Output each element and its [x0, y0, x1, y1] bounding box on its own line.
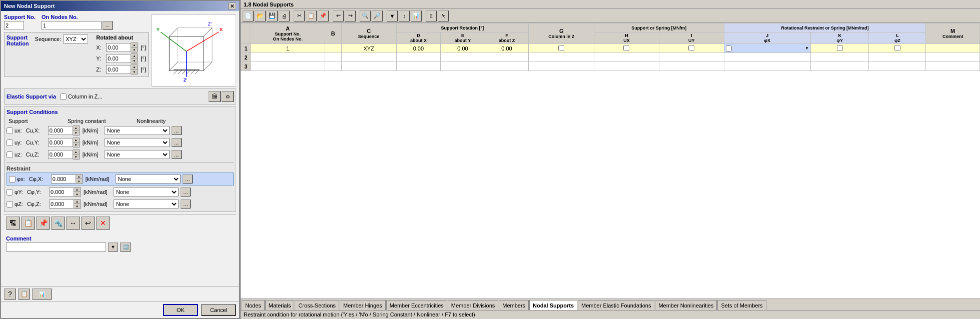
phix-nonlinearity-select[interactable]: None — [116, 174, 181, 184]
tab-cross-sections[interactable]: Cross-Sections — [295, 300, 339, 310]
col-m-header[interactable]: M Comment — [926, 24, 980, 44]
col-k-header[interactable]: KφY — [810, 32, 869, 44]
phiy-checkbox[interactable] — [7, 189, 13, 196]
cell-j3[interactable] — [724, 62, 810, 71]
delete-support-btn[interactable]: ✕ — [96, 216, 110, 230]
cell-h3[interactable] — [594, 62, 659, 71]
dialog-copy2-btn[interactable]: 📋 — [18, 288, 30, 300]
uy-nonlinearity-select[interactable]: None — [105, 138, 170, 147]
col-a-header[interactable]: A Support No. On Nodes No. — [251, 24, 325, 44]
cell-i1[interactable] — [659, 44, 724, 53]
undo-support-btn[interactable]: ↩ — [81, 216, 95, 230]
cell-j2[interactable] — [724, 53, 810, 62]
cell-k2[interactable] — [810, 53, 869, 62]
cell-l1[interactable] — [869, 44, 926, 53]
cell-i1-checkbox[interactable] — [688, 45, 694, 51]
cell-c2[interactable] — [341, 53, 396, 62]
phiy-up-btn[interactable]: ▲ — [74, 188, 80, 192]
cell-f3[interactable] — [485, 62, 529, 71]
cell-j1[interactable]: ▼ — [724, 44, 810, 53]
tb-fx-btn[interactable]: fx — [438, 10, 449, 22]
ux-nonlinearity-select[interactable]: None — [105, 126, 170, 135]
cell-d1[interactable]: 0.00 — [396, 44, 441, 53]
cell-l3[interactable] — [869, 62, 926, 71]
ux-down-btn[interactable]: ▼ — [73, 130, 79, 135]
column-in-z-checkbox-label[interactable]: Column in Z... — [60, 94, 102, 100]
cell-l2[interactable] — [869, 53, 926, 62]
browse-nodes-button[interactable]: … — [103, 21, 113, 30]
cell-g3[interactable] — [529, 62, 594, 71]
tab-materials[interactable]: Materials — [265, 300, 295, 310]
uy-settings-btn[interactable]: … — [172, 138, 182, 147]
cancel-button[interactable]: Cancel — [201, 304, 236, 316]
pin-btn[interactable]: 📌 — [36, 216, 50, 230]
column-in-z-checkbox[interactable] — [60, 94, 67, 100]
cell-e2[interactable] — [441, 53, 485, 62]
col-j-header[interactable]: JφX — [724, 32, 810, 44]
tb-sum-btn[interactable]: Σ — [426, 10, 437, 22]
support-no-input[interactable] — [4, 21, 24, 30]
cell-j1-dropdown-arrow[interactable]: ▼ — [805, 46, 809, 50]
cell-l1-checkbox[interactable] — [894, 45, 900, 51]
cell-d3[interactable] — [396, 62, 441, 71]
tb-copy-btn[interactable]: 📋 — [306, 10, 317, 22]
slide-btn[interactable]: ↔ — [66, 216, 80, 230]
tab-member-elastic-foundations[interactable]: Member Elastic Foundations — [578, 300, 654, 310]
cell-a3[interactable] — [251, 62, 325, 71]
dialog-view-btn[interactable]: 📊 — [32, 288, 52, 300]
uz-value-input[interactable] — [48, 150, 73, 159]
uy-value-input[interactable] — [48, 138, 73, 147]
cell-e3[interactable] — [441, 62, 485, 71]
phiz-value-input[interactable] — [49, 200, 74, 208]
phiz-settings-btn[interactable]: … — [181, 200, 191, 208]
cell-a2[interactable] — [251, 53, 325, 62]
new-support-btn[interactable]: 🏗 — [6, 216, 20, 230]
cell-f2[interactable] — [485, 53, 529, 62]
cell-d2[interactable] — [396, 53, 441, 62]
ux-up-btn[interactable]: ▲ — [73, 126, 79, 130]
phix-value-input[interactable] — [51, 174, 76, 184]
cell-g1-checkbox[interactable] — [558, 45, 564, 51]
z-rotation-input[interactable] — [106, 65, 131, 74]
elastic-support-icon-btn-1[interactable]: 🏛 — [209, 91, 221, 102]
elastic-support-icon-btn-2[interactable]: ⚙ — [222, 91, 234, 102]
cell-b2[interactable] — [325, 53, 341, 62]
phiy-settings-btn[interactable]: … — [181, 188, 191, 196]
cell-f1[interactable]: 0.00 — [485, 44, 529, 53]
phiz-down-btn[interactable]: ▼ — [74, 204, 80, 208]
cell-a1[interactable]: 1 — [251, 44, 325, 53]
phiy-nonlinearity-select[interactable]: None — [114, 188, 179, 196]
cell-k1-checkbox[interactable] — [837, 45, 843, 51]
z-rotation-down-btn[interactable]: ▼ — [131, 70, 137, 74]
cell-m1[interactable] — [926, 44, 980, 53]
col-h-header[interactable]: HUX — [594, 32, 659, 44]
tab-member-hinges[interactable]: Member Hinges — [340, 300, 386, 310]
uy-up-btn[interactable]: ▲ — [73, 138, 79, 142]
uz-settings-btn[interactable]: … — [172, 150, 182, 159]
tab-member-eccentricities[interactable]: Member Eccentricities — [386, 300, 447, 310]
tab-sets-of-members[interactable]: Sets of Members — [717, 300, 766, 310]
tb-chart-btn[interactable]: 📊 — [411, 10, 422, 22]
col-l-header[interactable]: LφZ — [869, 32, 926, 44]
tab-member-divisions[interactable]: Member Divisions — [448, 300, 498, 310]
tb-sort-btn[interactable]: ↕ — [399, 10, 410, 22]
col-b-header[interactable]: B — [325, 24, 341, 44]
col-g-header[interactable]: G Column in Z — [529, 24, 594, 44]
phiz-up-btn[interactable]: ▲ — [74, 200, 80, 204]
cell-h1[interactable] — [594, 44, 659, 53]
phiy-down-btn[interactable]: ▼ — [74, 192, 80, 196]
uz-checkbox[interactable] — [7, 152, 13, 158]
tb-filter-btn[interactable]: ▼ — [387, 10, 398, 22]
ux-checkbox[interactable] — [7, 128, 13, 134]
uz-up-btn[interactable]: ▲ — [73, 150, 79, 154]
y-rotation-down-btn[interactable]: ▼ — [131, 58, 137, 63]
tb-zoom-in-btn[interactable]: 🔍 — [360, 10, 371, 22]
hinge-btn[interactable]: 🔩 — [51, 216, 65, 230]
cell-j1-checkbox[interactable] — [726, 46, 732, 52]
tb-undo-btn[interactable]: ↩ — [333, 10, 344, 22]
y-rotation-input[interactable] — [106, 54, 131, 63]
phix-down-btn[interactable]: ▼ — [76, 179, 82, 184]
tb-cut-btn[interactable]: ✂ — [294, 10, 305, 22]
cell-k1[interactable] — [810, 44, 869, 53]
phiz-nonlinearity-select[interactable]: None — [114, 200, 179, 208]
